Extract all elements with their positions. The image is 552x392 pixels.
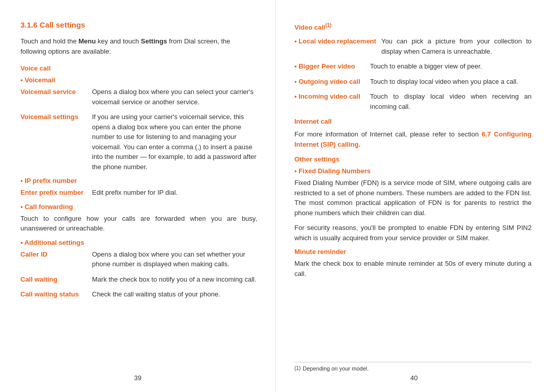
- local-video-row: Local video replacement You can pick a p…: [294, 36, 532, 56]
- voicemail-settings-def: If you are using your carrier's voicemai…: [92, 112, 257, 172]
- internet-call-text: For more information of Internet call, p…: [294, 129, 532, 149]
- voice-call-title: Voice call: [20, 64, 257, 72]
- outgoing-video-row: Outgoing video call Touch to display loc…: [294, 77, 532, 87]
- caller-id-def: Opens a dialog box where you can set whe…: [92, 249, 257, 269]
- fdn-text-2: For security reasons, you'll be prompted…: [294, 223, 532, 243]
- incoming-video-row: Incoming video call Touch to display loc…: [294, 91, 532, 111]
- footnote-superscript: (1): [294, 365, 301, 372]
- call-waiting-def: Mark the check box to notify you of a ne…: [92, 274, 257, 285]
- intro-text: Touch and hold the Menu key and touch Se…: [20, 36, 257, 56]
- bigger-peer-def: Touch to enable a bigger view of peer.: [370, 61, 532, 72]
- additional-settings-bullet: Additional settings: [20, 239, 257, 246]
- local-video-term: Local video replacement: [294, 36, 381, 56]
- voicemail-service-row: Voicemail service Opens a dialog box whe…: [20, 87, 257, 107]
- right-page: Video call(1) Local video replacement Yo…: [276, 0, 552, 392]
- right-page-number: 40: [276, 374, 552, 382]
- video-call-superscript: (1): [325, 22, 331, 28]
- local-video-def: You can pick a picture from your collect…: [381, 36, 532, 56]
- call-waiting-status-def: Check the call waiting status of your ph…: [92, 289, 257, 299]
- caller-id-row: Caller ID Opens a dialog box where you c…: [20, 249, 257, 269]
- voicemail-settings-row: Voicemail settings If you are using your…: [20, 112, 257, 172]
- section-title: 3.1.6 Call settings: [20, 20, 257, 29]
- fdn-text-1: Fixed Dialing Number (FDN) is a service …: [294, 178, 532, 218]
- call-waiting-row: Call waiting Mark the check box to notif…: [20, 274, 257, 285]
- voicemail-service-term: Voicemail service: [20, 87, 92, 107]
- enter-prefix-row: Enter prefix number Edit prefix number f…: [20, 188, 257, 198]
- call-forwarding-text: Touch to configure how your calls are fo…: [20, 214, 257, 234]
- call-waiting-term: Call waiting: [20, 274, 92, 285]
- other-settings-title: Other settings: [294, 155, 532, 163]
- voicemail-bullet: Voicemail: [20, 76, 257, 84]
- enter-prefix-def: Edit prefix number for IP dial.: [92, 188, 257, 198]
- menu-bold: Menu: [78, 37, 96, 45]
- video-call-label: Video call: [294, 24, 325, 31]
- minute-reminder-text: Mark the check box to enable minute remi…: [294, 259, 532, 279]
- footnote-text: Depending on your model.: [303, 365, 369, 372]
- internet-call-title: Internet call: [294, 118, 532, 125]
- left-page: 3.1.6 Call settings Touch and hold the M…: [0, 0, 276, 392]
- internet-call-pre: For more information of Internet call, p…: [294, 130, 479, 138]
- ip-prefix-bullet: IP prefix number: [20, 177, 257, 185]
- settings-bold: Settings: [141, 37, 167, 45]
- video-call-title: Video call(1): [294, 22, 532, 31]
- call-waiting-status-row: Call waiting status Check the call waiti…: [20, 289, 257, 299]
- minute-reminder-title: Minute reminder: [294, 248, 532, 256]
- footnote-item: (1) Depending on your model.: [294, 365, 532, 372]
- enter-prefix-term: Enter prefix number: [20, 188, 92, 198]
- bigger-peer-term: Bigger Peer video: [294, 61, 370, 72]
- left-page-number: 39: [0, 374, 275, 382]
- outgoing-video-term: Outgoing video call: [294, 77, 370, 87]
- caller-id-term: Caller ID: [20, 249, 92, 269]
- voicemail-service-def: Opens a dialog box where you can select …: [92, 87, 257, 107]
- fixed-dialing-bullet: Fixed Dialing Numbers: [294, 167, 532, 175]
- other-settings-section: Other settings Fixed Dialing Numbers Fix…: [294, 155, 532, 243]
- bigger-peer-row: Bigger Peer video Touch to enable a bigg…: [294, 61, 532, 72]
- call-waiting-status-term: Call waiting status: [20, 289, 92, 299]
- voicemail-settings-term: Voicemail settings: [20, 112, 92, 172]
- outgoing-video-def: Touch to display local video when you pl…: [370, 77, 532, 87]
- incoming-video-def: Touch to display local video when receiv…: [370, 91, 532, 111]
- footnote-area: (1) Depending on your model.: [294, 362, 532, 372]
- call-forwarding-bullet: Call forwarding: [20, 203, 257, 211]
- internet-call-section: Internet call For more information of In…: [294, 118, 532, 149]
- incoming-video-term: Incoming video call: [294, 91, 370, 111]
